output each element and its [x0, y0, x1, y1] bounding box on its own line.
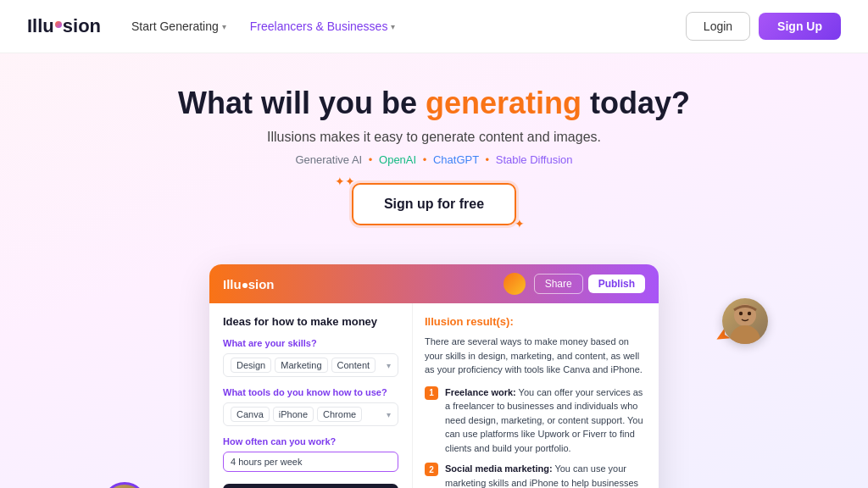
app-user-avatar: [504, 273, 526, 295]
tech-stable: Stable Diffusion: [496, 153, 573, 166]
tech-chatgpt: ChatGPT: [433, 153, 479, 166]
result-num-2: 2: [425, 463, 438, 476]
headline-highlight: generating: [426, 86, 581, 120]
hero-headline: What will you be generating today?: [17, 86, 851, 121]
dot-3: •: [486, 153, 490, 166]
logo-dot: [55, 21, 62, 28]
share-button[interactable]: Share: [534, 274, 583, 294]
skills-tag-row[interactable]: Design Marketing Content ▾: [223, 353, 398, 377]
tech-openai: OpenAI: [379, 153, 416, 166]
skills-label: What are your skills?: [223, 338, 398, 348]
headline-start: What will you be: [178, 86, 426, 120]
avatar-right: [722, 298, 768, 344]
login-button[interactable]: Login: [686, 12, 750, 41]
headline-end: today?: [581, 86, 690, 120]
app-header: Illusion Share Publish: [209, 264, 659, 303]
tag-content: Content: [331, 358, 376, 373]
result-text-2: Social media marketing: You can use your…: [445, 462, 647, 488]
result-1-title: Freelance work:: [445, 387, 516, 397]
tools-label: What tools do you know how to use?: [223, 387, 398, 397]
tag-canva: Canva: [231, 407, 270, 422]
dot-1: •: [369, 153, 373, 166]
result-text-1: Freelance work: You can offer your servi…: [445, 385, 647, 456]
hero-section: What will you be generating today? Illus…: [0, 53, 868, 249]
left-panel: Ideas for how to make money What are you…: [209, 303, 413, 488]
right-panel: Illusion result(s): There are several wa…: [413, 303, 659, 488]
publish-button[interactable]: Publish: [588, 274, 645, 293]
result-item-2: 2 Social media marketing: You can use yo…: [425, 462, 647, 488]
tools-tag-row[interactable]: Canva iPhone Chrome ▾: [223, 402, 398, 426]
tech-generative: Generative AI: [295, 153, 362, 166]
hero-subheadline: Illusions makes it easy to generate cont…: [17, 130, 851, 145]
app-logo: Illusion: [223, 277, 504, 291]
nav-start-generating[interactable]: Start Generating ▾: [131, 19, 226, 33]
tag-chrome: Chrome: [317, 407, 362, 422]
cta-container: ✦✦ Sign up for free ✦: [352, 183, 516, 225]
result-2-title: Social media marketing:: [445, 463, 553, 474]
navbar: Illusion Start Generating ▾ Freelancers …: [0, 0, 868, 53]
logo: Illusion: [27, 15, 101, 37]
sparkle-icon-br: ✦: [515, 217, 525, 230]
app-card: Illusion Share Publish Ideas for how to …: [209, 264, 659, 488]
signup-free-button[interactable]: Sign up for free: [352, 183, 516, 225]
chevron-down-icon: ▾: [391, 22, 395, 31]
tools-row-chevron: ▾: [387, 410, 391, 419]
sparkle-icon-tl: ✦✦: [335, 175, 355, 188]
svg-point-6: [730, 325, 760, 344]
svg-point-8: [748, 312, 751, 315]
result-title: Illusion result(s):: [425, 315, 647, 328]
tag-row-chevron: ▾: [387, 361, 391, 370]
nav-freelancers-label: Freelancers & Businesses: [250, 19, 388, 33]
app-preview-wrapper: ➤ Illusion Share Publish Ideas for how t…: [0, 264, 868, 488]
hours-label: How often can you work?: [223, 436, 398, 446]
tech-tags: Generative AI • OpenAI • ChatGPT • Stabl…: [17, 153, 851, 166]
result-num-1: 1: [425, 386, 438, 400]
chevron-down-icon: ▾: [222, 22, 226, 31]
arrow-left-icon: ➤: [133, 478, 158, 488]
result-intro: There are several ways to make money bas…: [425, 335, 647, 377]
app-logo-dot: [242, 283, 248, 288]
signup-button[interactable]: Sign Up: [759, 13, 841, 40]
nav-freelancers[interactable]: Freelancers & Businesses ▾: [250, 19, 396, 33]
generate-button[interactable]: ✦ Generare Illusion: [223, 484, 398, 488]
tag-iphone: iPhone: [273, 407, 314, 422]
dot-2: •: [423, 153, 427, 166]
app-body: Ideas for how to make money What are you…: [209, 303, 659, 488]
panel-title: Ideas for how to make money: [223, 315, 398, 328]
tag-marketing: Marketing: [275, 358, 327, 373]
result-item-1: 1 Freelance work: You can offer your ser…: [425, 385, 647, 456]
svg-point-7: [739, 312, 743, 315]
tag-design: Design: [231, 358, 271, 373]
nav-start-label: Start Generating: [131, 19, 219, 33]
hours-input[interactable]: [223, 452, 398, 472]
